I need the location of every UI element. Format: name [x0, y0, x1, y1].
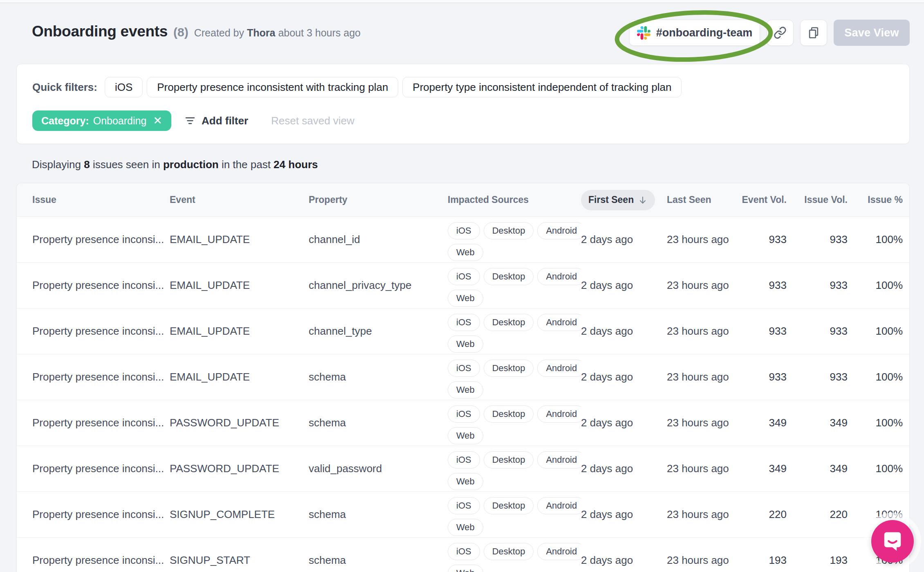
save-view-button[interactable]: Save View [834, 20, 910, 46]
issue-cell: Property presence inconsi... [32, 371, 170, 383]
table-row[interactable]: Property presence inconsi... SIGNUP_STAR… [17, 538, 909, 572]
sources-line-2: Web [448, 427, 581, 444]
issue-vol-cell: 933 [787, 279, 848, 292]
sources-line-1: iOSDesktopAndroid [448, 222, 581, 239]
sources-line-2: Web [448, 519, 581, 536]
property-cell: schema [309, 371, 448, 383]
column-header-event[interactable]: Event [170, 194, 309, 205]
first-seen-cell: 2 days ago [581, 554, 667, 567]
table-row[interactable]: Property presence inconsi... EMAIL_UPDAT… [17, 263, 909, 309]
duplicate-icon [807, 26, 820, 39]
issue-cell: Property presence inconsi... [32, 462, 170, 475]
add-filter-button[interactable]: Add filter [184, 115, 248, 127]
created-line: Created by Thora about 3 hours ago [194, 27, 361, 39]
first-seen-cell: 2 days ago [581, 325, 667, 338]
table-row[interactable]: Property presence inconsi... EMAIL_UPDAT… [17, 354, 909, 400]
sources-line-1: iOSDesktopAndroid [448, 360, 581, 377]
issue-pct-cell: 100% [848, 417, 903, 429]
source-pill: Desktop [484, 314, 534, 331]
summary-environment: production [163, 158, 219, 171]
table-row[interactable]: Property presence inconsi... SIGNUP_COMP… [17, 492, 909, 538]
summary-count: 8 [84, 158, 90, 171]
last-seen-cell: 23 hours ago [667, 371, 732, 383]
column-header-issue-vol[interactable]: Issue Vol. [787, 194, 848, 205]
source-pill: Web [448, 473, 483, 490]
event-vol-cell: 933 [732, 233, 787, 246]
issue-vol-cell: 933 [787, 233, 848, 246]
quick-filters-row: Quick filters: iOSProperty presence inco… [32, 77, 894, 97]
created-ago: about 3 hours ago [278, 27, 361, 38]
table-row[interactable]: Property presence inconsi... PASSWORD_UP… [17, 400, 909, 446]
issue-vol-cell: 933 [787, 371, 848, 383]
table-row[interactable]: Property presence inconsi... PASSWORD_UP… [17, 446, 909, 492]
chat-launcher-button[interactable] [871, 520, 914, 563]
quick-filter-button[interactable]: iOS [105, 77, 143, 97]
event-cell: SIGNUP_COMPLETE [170, 508, 309, 521]
summary-text: issues seen in [93, 158, 160, 171]
duplicate-view-button[interactable] [800, 20, 827, 46]
last-seen-cell: 23 hours ago [667, 462, 732, 475]
active-filters-row: Category: Onboarding ✕ Add filter Reset … [32, 110, 894, 131]
column-header-first-seen-sorted[interactable]: First Seen [581, 190, 655, 210]
issue-vol-cell: 349 [787, 462, 848, 475]
column-header-impacted-sources[interactable]: Impacted Sources [448, 194, 581, 205]
column-header-issue[interactable]: Issue [32, 194, 170, 205]
slack-icon [637, 26, 650, 40]
sources-line-2: Web [448, 381, 581, 399]
column-header-last-seen[interactable]: Last Seen [667, 194, 732, 205]
sorted-column-label: First Seen [588, 194, 634, 205]
active-filter-chip[interactable]: Category: Onboarding ✕ [32, 110, 171, 131]
remove-filter-icon[interactable]: ✕ [153, 115, 162, 126]
property-cell: channel_type [309, 325, 448, 338]
table-row[interactable]: Property presence inconsi... EMAIL_UPDAT… [17, 217, 909, 263]
sources-line-2: Web [448, 244, 581, 261]
quick-filters-label: Quick filters: [32, 81, 97, 94]
issue-pct-cell: 100% [848, 233, 903, 246]
issue-vol-cell: 349 [787, 417, 848, 429]
impacted-sources-cell: iOSDesktopAndroid Web [448, 217, 581, 261]
page-title: Onboarding events [32, 23, 168, 40]
source-pill: Android [537, 451, 581, 468]
column-header-issue-pct[interactable]: Issue % [848, 194, 903, 205]
event-vol-cell: 220 [732, 508, 787, 521]
slack-channel-button[interactable]: #onboarding-team [629, 20, 760, 46]
impacted-sources-cell: iOSDesktopAndroid Web [448, 538, 581, 572]
column-header-property[interactable]: Property [309, 194, 448, 205]
issue-cell: Property presence inconsi... [32, 233, 170, 246]
issue-pct-cell: 100% [848, 279, 903, 292]
reset-saved-view-button[interactable]: Reset saved view [271, 115, 354, 127]
top-divider [0, 0, 924, 3]
source-pill: iOS [448, 314, 480, 331]
sources-line-2: Web [448, 565, 581, 572]
event-cell: EMAIL_UPDATE [170, 233, 309, 246]
source-pill: Web [448, 427, 483, 444]
source-pill: Desktop [484, 222, 534, 239]
column-header-event-vol[interactable]: Event Vol. [732, 194, 787, 205]
sources-line-1: iOSDesktopAndroid [448, 405, 581, 423]
source-pill: Web [448, 565, 483, 572]
source-pill: iOS [448, 405, 480, 423]
add-filter-label: Add filter [202, 115, 248, 127]
copy-link-button[interactable] [767, 20, 794, 46]
quick-filter-button[interactable]: Property type inconsistent independent o… [402, 77, 682, 97]
issue-count: (8) [173, 25, 188, 39]
source-pill: Desktop [484, 543, 534, 560]
filter-chip-label: Category: [41, 115, 89, 127]
table-header-row: Issue Event Property Impacted Sources Fi… [17, 183, 909, 217]
quick-filter-button[interactable]: Property presence inconsistent with trac… [147, 77, 398, 97]
issue-cell: Property presence inconsi... [32, 325, 170, 338]
source-pill: Android [537, 222, 581, 239]
property-cell: schema [309, 554, 448, 567]
last-seen-cell: 23 hours ago [667, 233, 732, 246]
property-cell: valid_password [309, 462, 448, 475]
table-row[interactable]: Property presence inconsi... EMAIL_UPDAT… [17, 309, 909, 354]
issue-vol-cell: 193 [787, 554, 848, 567]
property-cell: channel_id [309, 233, 448, 246]
quick-filter-buttons: iOSProperty presence inconsistent with t… [105, 77, 682, 97]
event-cell: PASSWORD_UPDATE [170, 462, 309, 475]
created-by-prefix: Created by [194, 27, 244, 38]
last-seen-cell: 23 hours ago [667, 508, 732, 521]
source-pill: Desktop [484, 360, 534, 377]
property-cell: channel_privacy_type [309, 279, 448, 292]
last-seen-cell: 23 hours ago [667, 417, 732, 429]
